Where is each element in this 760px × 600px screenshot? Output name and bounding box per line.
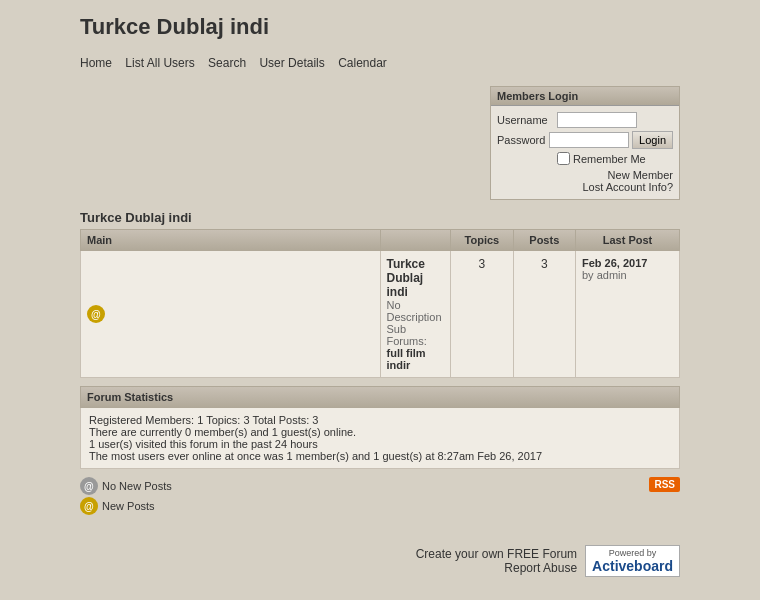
new-member-link[interactable]: New Member: [497, 169, 673, 181]
no-new-posts-legend: @ No New Posts: [80, 477, 172, 495]
forum-name-link[interactable]: Turkce Dublaj indi: [387, 257, 425, 299]
footer-area: Create your own FREE Forum Report Abuse …: [80, 545, 680, 577]
last-post-by: by admin: [582, 269, 673, 281]
nav-bar: Home List All Users Search User Details …: [0, 50, 760, 76]
report-abuse-link[interactable]: Report Abuse: [416, 561, 577, 575]
stats-line4: The most users ever online at once was 1…: [89, 450, 671, 462]
nav-calendar[interactable]: Calendar: [338, 56, 387, 70]
login-box-body: Username Password Login Remember Me New …: [491, 106, 679, 199]
stats-body-row: Registered Members: 1 Topics: 3 Total Po…: [81, 408, 680, 469]
username-label: Username: [497, 114, 557, 126]
remember-label: Remember Me: [573, 153, 646, 165]
new-posts-icon: @: [80, 497, 98, 515]
new-posts-legend: @ New Posts: [80, 497, 172, 515]
stats-line1: Registered Members: 1 Topics: 3 Total Po…: [89, 414, 671, 426]
stats-line2: There are currently 0 member(s) and 1 gu…: [89, 426, 671, 438]
col-main: Main: [81, 230, 381, 251]
legend-left: @ No New Posts @ New Posts: [80, 477, 184, 515]
forum-subforums: Sub Forums: full film indir: [387, 323, 445, 371]
activeboard-label: Activeboard: [592, 558, 673, 574]
rss-area: RSS: [649, 477, 680, 492]
create-forum-link[interactable]: Create your own FREE Forum: [416, 547, 577, 561]
password-row: Password Login: [497, 131, 673, 149]
forum-table: Main Topics Posts Last Post @ Turkce Dub…: [80, 229, 680, 378]
lost-account-link[interactable]: Lost Account Info?: [497, 181, 673, 193]
stats-header: Forum Statistics: [81, 387, 680, 408]
login-box-title: Members Login: [491, 87, 679, 106]
sub-forum-link[interactable]: full film indir: [387, 347, 426, 371]
stats-line3: 1 user(s) visited this forum in the past…: [89, 438, 671, 450]
last-post-date: Feb 26, 2017: [582, 257, 673, 269]
forum-icon: @: [87, 305, 105, 323]
nav-list-users[interactable]: List All Users: [125, 56, 194, 70]
nav-home[interactable]: Home: [80, 56, 112, 70]
forum-description: No Description: [387, 299, 445, 323]
footer-links: Create your own FREE Forum Report Abuse: [416, 547, 577, 575]
stats-table: Forum Statistics Registered Members: 1 T…: [80, 386, 680, 469]
forum-info-cell: Turkce Dublaj indi No Description Sub Fo…: [380, 251, 451, 378]
col-empty: [380, 230, 451, 251]
legend-rss-row: @ No New Posts @ New Posts RSS: [80, 477, 680, 515]
no-new-posts-label: No New Posts: [102, 480, 172, 492]
nav-search[interactable]: Search: [208, 56, 246, 70]
topics-count: 3: [451, 251, 513, 378]
last-post-cell: Feb 26, 2017 by admin: [575, 251, 679, 378]
username-input[interactable]: [557, 112, 637, 128]
login-box-wrapper: Members Login Username Password Login Re…: [80, 86, 680, 200]
powered-by-label: Powered by: [609, 548, 657, 558]
password-label: Password: [497, 134, 549, 146]
col-posts: Posts: [513, 230, 575, 251]
posts-count: 3: [513, 251, 575, 378]
no-new-posts-icon: @: [80, 477, 98, 495]
remember-checkbox[interactable]: [557, 152, 570, 165]
forum-icon-cell: @: [81, 251, 381, 378]
new-posts-label: New Posts: [102, 500, 155, 512]
col-lastpost: Last Post: [575, 230, 679, 251]
stats-header-row: Forum Statistics: [81, 387, 680, 408]
activeboard-badge[interactable]: Powered by Activeboard: [585, 545, 680, 577]
login-button[interactable]: Login: [632, 131, 673, 149]
login-box: Members Login Username Password Login Re…: [490, 86, 680, 200]
forum-table-header: Main Topics Posts Last Post: [81, 230, 680, 251]
nav-user-details[interactable]: User Details: [259, 56, 324, 70]
forum-row: @ Turkce Dublaj indi No Description Sub …: [81, 251, 680, 378]
password-input[interactable]: [549, 132, 629, 148]
remember-row: Remember Me: [557, 152, 673, 165]
stats-body-cell: Registered Members: 1 Topics: 3 Total Po…: [81, 408, 680, 469]
login-links: New Member Lost Account Info?: [497, 169, 673, 193]
site-title: Turkce Dublaj indi: [80, 14, 680, 40]
forum-breadcrumb-title: Turkce Dublaj indi: [80, 210, 680, 225]
sub-forums-label: Sub Forums:: [387, 323, 427, 347]
col-topics: Topics: [451, 230, 513, 251]
rss-button[interactable]: RSS: [649, 477, 680, 492]
username-row: Username: [497, 112, 673, 128]
